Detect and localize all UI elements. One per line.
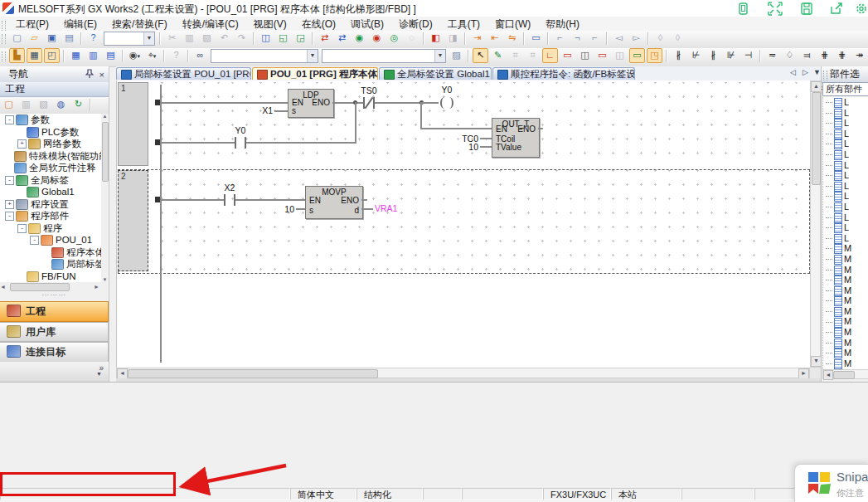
parts-item-0[interactable]: L: [823, 97, 868, 108]
tree-item-4[interactable]: 全局软元件注释: [0, 162, 101, 174]
document-tab-2[interactable]: 全局标签设置 Global1: [379, 67, 492, 80]
watch-icon-3[interactable]: ◊: [652, 31, 668, 46]
contact-TS0[interactable]: TS0: [360, 97, 378, 109]
parts-item-20[interactable]: M: [823, 306, 868, 317]
parts-item-13[interactable]: L: [823, 233, 868, 244]
screen-display-icon[interactable]: ▭: [528, 31, 544, 46]
coil-Y0[interactable]: Y0: [439, 97, 455, 110]
document-tab-3[interactable]: 顺控程序指令: 函数/FB标签设置 ...: [492, 67, 635, 80]
print-icon[interactable]: ▤: [61, 31, 77, 46]
collapse-icon[interactable]: -: [5, 212, 14, 221]
parts-item-8[interactable]: L: [823, 181, 868, 192]
expand-icon[interactable]: +: [5, 200, 14, 209]
step-run-icon-1[interactable]: ⌐: [552, 31, 568, 46]
nav-copy-icon[interactable]: ▥: [18, 97, 34, 112]
tree-horizontal-scrollbar[interactable]: ◄►: [0, 282, 101, 291]
document-tab-0[interactable]: 局部标签设置 POU_01 [PRG]: [116, 67, 251, 80]
new-file-icon[interactable]: ▢: [9, 31, 25, 46]
parts-item-21[interactable]: M: [823, 316, 868, 327]
nav-new-icon[interactable]: ▢: [1, 97, 17, 112]
tree-vertical-scrollbar[interactable]: ▲▼: [101, 114, 109, 282]
tree-item-8[interactable]: -程序部件: [0, 210, 101, 222]
collapse-icon[interactable]: -: [5, 115, 14, 124]
save-icon[interactable]: ▣: [44, 31, 60, 46]
parts-item-12[interactable]: L: [823, 222, 868, 233]
save-snip-icon[interactable]: [796, 2, 817, 16]
parts-item-10[interactable]: L: [823, 202, 868, 212]
gear-icon[interactable]: [851, 2, 868, 16]
contact-X2[interactable]: X2: [221, 194, 239, 206]
select-mode-icon[interactable]: ↖: [473, 48, 488, 63]
parts-item-16[interactable]: M: [823, 265, 868, 275]
collapse-icon[interactable]: -: [5, 176, 14, 185]
device-comment-gray-icon[interactable]: ◨: [445, 31, 461, 46]
nav-splitter-grip[interactable]: ⋯⋯⋯: [0, 293, 109, 300]
close-icon[interactable]: ×: [99, 67, 104, 82]
undo-icon[interactable]: ↶: [216, 31, 232, 46]
expand-icon[interactable]: +: [17, 139, 27, 149]
find-string-combo[interactable]: ▼: [322, 49, 446, 63]
collapse-icon[interactable]: -: [30, 236, 39, 245]
rising-contact-icon[interactable]: ∦: [706, 48, 721, 63]
vertical-pair-icon-2[interactable]: ⋕: [834, 48, 850, 63]
nav-chevron-row[interactable]: » ▼: [0, 362, 109, 382]
find-result-icon[interactable]: ▨: [449, 48, 464, 63]
guided-mode-icon-2[interactable]: ⌗: [525, 48, 541, 63]
parts-item-17[interactable]: M: [823, 275, 868, 285]
compare-icon[interactable]: ≂: [764, 48, 780, 63]
read-from-plc-icon[interactable]: ⇄: [317, 31, 332, 46]
jump-icon[interactable]: ↠: [851, 48, 867, 63]
tab-scroll-button-1[interactable]: ▷: [803, 68, 808, 76]
step-run-icon-3[interactable]: ⌐: [587, 31, 603, 46]
copy-icon[interactable]: ▥: [182, 31, 197, 46]
context-help-icon[interactable]: ?: [168, 48, 184, 63]
operand-label-VRA1[interactable]: VRA1: [375, 203, 411, 213]
parts-item-25[interactable]: M: [823, 358, 868, 369]
parts-item-18[interactable]: M: [823, 285, 868, 296]
parts-item-23[interactable]: M: [823, 338, 868, 348]
watch-icon-1[interactable]: ◅: [611, 31, 627, 46]
monitor-write-icon[interactable]: ◲: [293, 31, 308, 46]
parts-item-24[interactable]: M: [823, 348, 868, 358]
function-block-icon-2[interactable]: ◫: [577, 48, 593, 63]
cut-icon[interactable]: ✂: [164, 31, 180, 46]
interconnect-mode-icon[interactable]: ✎: [490, 48, 506, 63]
parts-item-4[interactable]: L: [823, 139, 868, 149]
tree-item-11[interactable]: 程序本体: [0, 246, 101, 259]
parts-item-1[interactable]: L: [823, 108, 868, 119]
tree-item-2[interactable]: +网络参数: [0, 138, 101, 150]
parts-item-15[interactable]: M: [823, 254, 868, 265]
nav-view-button-2[interactable]: 连接目标: [0, 342, 109, 363]
network-header-1[interactable]: 1: [118, 82, 148, 166]
editor-vertical-scrollbar[interactable]: ▲ ▼: [810, 80, 821, 368]
function-block-icon-4[interactable]: ◫: [612, 48, 628, 63]
tree-item-7[interactable]: +程序设置: [0, 198, 101, 211]
mobile-icon[interactable]: [733, 2, 754, 16]
tree-item-10[interactable]: -POU_01: [0, 234, 101, 246]
parts-item-22[interactable]: M: [823, 327, 868, 338]
parts-item-6[interactable]: L: [823, 160, 868, 171]
device-display-icon[interactable]: ◉▾: [127, 48, 143, 63]
device-monitor-icon-2[interactable]: ◉: [369, 31, 385, 46]
nav-props-icon[interactable]: ◍: [53, 97, 69, 112]
function-block-icon-3[interactable]: ▭: [594, 48, 610, 63]
parts-item-11[interactable]: L: [823, 212, 868, 223]
tree-item-9[interactable]: -程序: [0, 222, 101, 235]
coil-icon[interactable]: ⊣: [740, 48, 756, 63]
watch-icon-4[interactable]: ◊: [670, 31, 686, 46]
parts-item-14[interactable]: M: [823, 243, 868, 254]
vertical-pair-icon-1[interactable]: ⋕: [817, 48, 832, 63]
find-target-combo[interactable]: ▼: [211, 49, 318, 63]
device-monitor-icon-3[interactable]: ◎: [386, 31, 402, 46]
nav-view-button-0[interactable]: 工程: [0, 301, 109, 322]
operand-label-X1[interactable]: X1: [250, 105, 273, 115]
device-search-icon[interactable]: ⌖▾: [144, 48, 160, 63]
tree-item-0[interactable]: -参数: [0, 114, 101, 126]
nav-view-button-1[interactable]: 用户库: [0, 322, 109, 343]
chevron-down-icon[interactable]: ▼: [96, 371, 102, 377]
device-monitor-icon-4[interactable]: ◌: [404, 31, 419, 46]
tree-item-5[interactable]: -全局标签: [0, 174, 101, 187]
device-table-icon[interactable]: ▤: [103, 48, 119, 63]
snipaste-popup[interactable]: Snipa 你注意: [794, 464, 868, 502]
function-block-LDP[interactable]: LDPENENOs: [288, 89, 334, 118]
